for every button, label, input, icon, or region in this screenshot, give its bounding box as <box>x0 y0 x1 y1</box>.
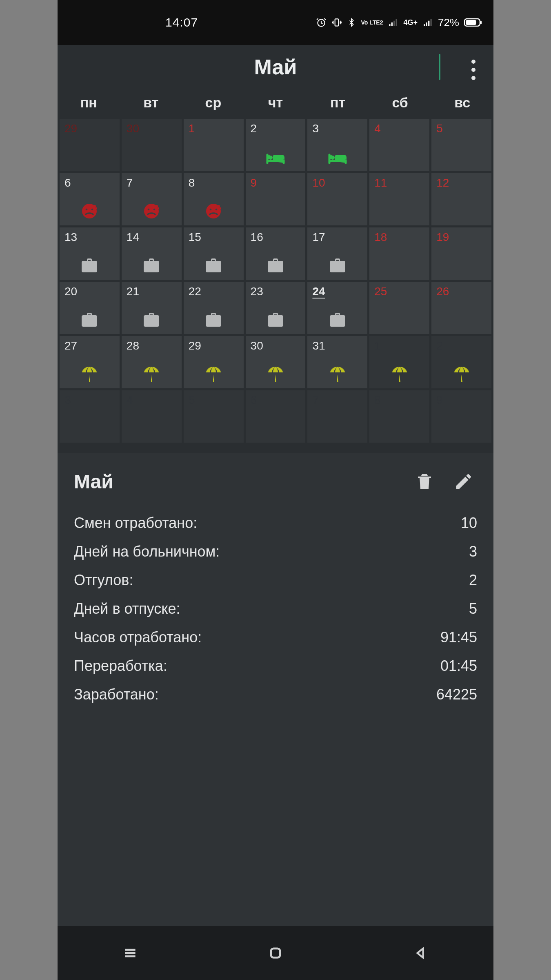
calendar-day[interactable]: 30 <box>122 119 182 171</box>
day-number: 24 <box>312 285 325 298</box>
day-number: 17 <box>312 231 325 244</box>
calendar-day[interactable]: 21 <box>122 282 182 334</box>
umbrella-icon <box>267 365 284 383</box>
calendar-day[interactable]: 17 <box>307 227 367 280</box>
day-number: 23 <box>251 285 263 298</box>
calendar-day[interactable]: 16 <box>246 227 306 280</box>
stat-value: 2 <box>469 572 477 589</box>
delete-button[interactable] <box>411 468 438 495</box>
svg-rect-1 <box>335 19 339 26</box>
stat-value: 5 <box>469 600 477 617</box>
calendar-day[interactable]: 6 <box>246 390 306 443</box>
calendar-day[interactable]: 18 <box>369 227 429 280</box>
nav-home-button[interactable] <box>261 939 290 967</box>
calendar-day[interactable]: 2 <box>431 336 491 388</box>
stat-row: Часов отработано:91:45 <box>74 623 477 652</box>
calendar-day[interactable]: 31 <box>307 336 367 388</box>
svg-rect-5 <box>271 949 280 958</box>
calendar-day[interactable]: 5 <box>184 390 244 443</box>
app-header: Май <box>58 45 493 89</box>
calendar-day[interactable]: 1 <box>369 336 429 388</box>
briefcase-icon <box>267 258 284 274</box>
umbrella-icon <box>205 365 222 383</box>
nav-back-button[interactable] <box>407 939 435 967</box>
calendar-day[interactable]: 20 <box>60 282 120 334</box>
calendar-day[interactable]: 22 <box>184 282 244 334</box>
day-number: 1 <box>374 339 381 352</box>
calendar-day[interactable]: 29 <box>184 336 244 388</box>
umbrella-icon <box>453 365 470 383</box>
calendar-day[interactable]: 7 <box>307 390 367 443</box>
day-number: 2 <box>251 122 257 135</box>
calendar-day[interactable]: 24 <box>307 282 367 334</box>
calendar-day[interactable]: 30 <box>246 336 306 388</box>
edit-button[interactable] <box>450 468 477 495</box>
weekday-label: пн <box>58 95 120 111</box>
day-number: 5 <box>189 394 195 407</box>
calendar-day[interactable]: 19 <box>431 227 491 280</box>
stat-value: 64225 <box>436 686 477 703</box>
calendar-day[interactable]: 8 <box>369 390 429 443</box>
day-number: 25 <box>374 285 387 298</box>
calendar-day[interactable]: 10 <box>307 173 367 225</box>
calendar-day[interactable]: 25 <box>369 282 429 334</box>
calendar-day[interactable]: 15 <box>184 227 244 280</box>
briefcase-icon <box>329 258 346 274</box>
stat-label: Дней в отпуске: <box>74 600 180 617</box>
day-number: 8 <box>189 176 195 189</box>
stat-row: Отгулов:2 <box>74 566 477 595</box>
stat-row: Смен отработано:10 <box>74 509 477 537</box>
calendar-day[interactable]: 2 <box>246 119 306 171</box>
app-content: Май пнвтсрчтптсбвс 293012345678910111213… <box>58 45 493 926</box>
calendar-day[interactable]: 7 <box>122 173 182 225</box>
system-nav-bar <box>58 926 493 980</box>
sick-icon <box>205 203 222 220</box>
briefcase-icon <box>143 312 160 328</box>
stat-label: Заработано: <box>74 686 159 703</box>
stat-label: Отгулов: <box>74 572 133 589</box>
rest-icon <box>266 152 285 165</box>
calendar-day[interactable]: 9 <box>431 390 491 443</box>
umbrella-icon <box>81 365 98 383</box>
calendar-day[interactable]: 4 <box>122 390 182 443</box>
calendar-day[interactable]: 9 <box>246 173 306 225</box>
calendar-day[interactable]: 29 <box>60 119 120 171</box>
day-number: 21 <box>127 285 139 298</box>
calendar-day[interactable]: 14 <box>122 227 182 280</box>
day-number: 11 <box>374 176 387 189</box>
signal2-icon <box>422 17 433 28</box>
briefcase-icon <box>205 258 222 274</box>
calendar-day[interactable]: 8 <box>184 173 244 225</box>
stat-label: Смен отработано: <box>74 514 197 532</box>
nav-recent-button[interactable] <box>116 939 144 967</box>
calendar-day[interactable]: 6 <box>60 173 120 225</box>
briefcase-icon <box>81 258 98 274</box>
day-number: 30 <box>127 122 139 135</box>
day-number: 19 <box>436 231 449 244</box>
calendar-day[interactable]: 3 <box>60 390 120 443</box>
calendar-day[interactable]: 3 <box>307 119 367 171</box>
day-number: 29 <box>64 122 77 135</box>
briefcase-icon <box>143 258 160 274</box>
calendar-day[interactable]: 4 <box>369 119 429 171</box>
calendar-day[interactable]: 12 <box>431 173 491 225</box>
stat-row: Переработка:01:45 <box>74 652 477 680</box>
day-number: 29 <box>189 339 201 352</box>
calendar-day[interactable]: 5 <box>431 119 491 171</box>
overflow-menu-button[interactable] <box>471 60 475 80</box>
day-number: 1 <box>189 122 195 135</box>
calendar-day[interactable]: 27 <box>60 336 120 388</box>
calendar-day[interactable]: 23 <box>246 282 306 334</box>
day-number: 12 <box>436 176 449 189</box>
calendar-day[interactable]: 11 <box>369 173 429 225</box>
weekday-row: пнвтсрчтптсбвс <box>58 89 493 119</box>
calendar-day[interactable]: 26 <box>431 282 491 334</box>
status-clock: 14:07 <box>165 16 198 29</box>
stat-value: 91:45 <box>440 629 477 646</box>
summary-panel: Май Смен отработано:10Дней на больничном… <box>58 453 493 926</box>
calendar-day[interactable]: 1 <box>184 119 244 171</box>
calendar-day[interactable]: 28 <box>122 336 182 388</box>
stat-value: 3 <box>469 543 477 560</box>
calendar-day[interactable]: 13 <box>60 227 120 280</box>
alarm-icon <box>316 17 327 28</box>
